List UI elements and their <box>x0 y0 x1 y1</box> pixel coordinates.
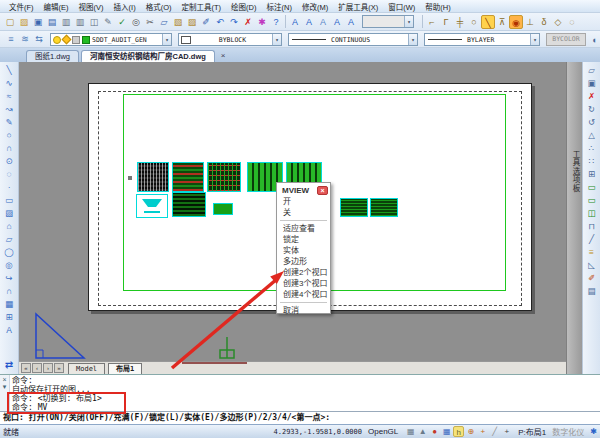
menu-item[interactable]: 窗口(W) <box>383 1 420 12</box>
draw-donut-icon[interactable]: ◯ <box>3 246 16 259</box>
modify-pencil-icon[interactable]: ✐ <box>585 272 598 285</box>
modify-explode-icon[interactable]: ∴ <box>585 142 598 155</box>
mview-menu-item[interactable]: 关 <box>277 207 330 218</box>
modify-wedge-icon[interactable]: ◺ <box>585 259 598 272</box>
menu-item[interactable]: 绘图(D) <box>226 1 261 12</box>
draw-text-icon[interactable]: A <box>3 324 16 337</box>
modify-copy-icon[interactable]: ▱ <box>585 64 598 77</box>
publish-icon[interactable]: ✎ <box>101 15 115 29</box>
draw-revcloud-icon[interactable]: ↪ <box>3 272 16 285</box>
draw-arc3-icon[interactable]: ∩ <box>3 285 16 298</box>
osnap-track-icon[interactable]: ⌐ <box>425 15 439 29</box>
doc-tab-active[interactable]: 河南恒安纺织钢结构厂房CAD.dwg <box>81 50 215 62</box>
draw-parallel-icon[interactable]: ≈ <box>3 90 16 103</box>
text-justify-icon[interactable]: A <box>344 15 358 29</box>
modify-3d-icon[interactable]: ⊓ <box>585 220 598 233</box>
osnap-center-icon[interactable]: ◉ <box>509 15 523 29</box>
status-osnap-icon[interactable]: h <box>453 426 464 437</box>
draw-spline-icon[interactable]: ∿ <box>3 77 16 90</box>
print-icon[interactable]: ▥ <box>73 15 87 29</box>
mview-menu-item[interactable]: 锁定 <box>277 234 330 245</box>
mview-menu-item[interactable]: 实体 <box>277 245 330 256</box>
chevron-down-icon[interactable]: ▾ <box>272 34 281 45</box>
modify-sheet-icon[interactable]: ▤ <box>585 285 598 298</box>
status-snap-icon[interactable]: ▦ <box>405 426 416 437</box>
mview-menu-item[interactable]: 适应查看 <box>277 223 330 234</box>
tab-model[interactable]: Model <box>68 363 105 374</box>
erase-icon[interactable]: ✗ <box>241 15 255 29</box>
modify-line-icon[interactable]: ╱ <box>585 233 598 246</box>
menu-item[interactable]: 扩展工具(X) <box>333 1 383 12</box>
color-combo[interactable]: BYBLOCK ▾ <box>178 33 282 46</box>
mview-menu-item[interactable]: 创建3个视口 <box>277 278 330 289</box>
menu-item[interactable]: 帮助(H) <box>420 1 455 12</box>
modify-array2-icon[interactable]: ⊞ <box>585 168 598 181</box>
linetype-combo[interactable]: CONTINUOUS ▾ <box>288 33 418 46</box>
layer-combo[interactable]: SDDT_AUDIT_GEN ▾ <box>50 33 172 46</box>
modify-layers-icon[interactable]: ≡ <box>585 246 598 259</box>
draw-block-icon[interactable]: ⊞ <box>3 311 16 324</box>
paste-icon[interactable]: ▧ <box>171 15 185 29</box>
layer-states-icon[interactable]: ≋ <box>18 32 32 46</box>
menu-item[interactable]: 格式(O) <box>141 1 177 12</box>
menu-item[interactable]: 修改(M) <box>297 1 333 12</box>
draw-circle-icon[interactable]: ○ <box>3 129 16 142</box>
modify-mirror-icon[interactable]: △ <box>585 129 598 142</box>
draworder-icon[interactable]: ◐ <box>588 33 600 47</box>
spell-check-icon[interactable]: ✓ <box>115 15 129 29</box>
draw-table-icon[interactable]: ▦ <box>3 298 16 311</box>
mview-menu-item[interactable]: 创建2个视口 <box>277 267 330 278</box>
osnap-midpoint-icon[interactable]: ○ <box>467 15 481 29</box>
gear-icon[interactable]: ✱ <box>590 427 597 436</box>
layer-previous-icon[interactable]: ⇆ <box>32 32 46 46</box>
status-model-icon[interactable]: + <box>501 426 512 437</box>
mview-menu-item[interactable]: 取消 <box>277 305 330 316</box>
print-preview-icon[interactable]: ◫ <box>87 15 101 29</box>
modify-rect2-icon[interactable]: ▭ <box>585 194 598 207</box>
modify-rect-icon[interactable]: ▭ <box>585 181 598 194</box>
chevron-down-icon[interactable]: ▾ <box>530 34 539 45</box>
menu-item[interactable]: 文件(F) <box>4 1 39 12</box>
undo-icon[interactable]: ↶ <box>213 15 227 29</box>
menu-item[interactable]: 标注(N) <box>262 1 297 12</box>
status-dyn-icon[interactable]: + <box>477 426 488 437</box>
draw-point-icon[interactable]: ∙ <box>3 181 16 194</box>
layout-nav-button[interactable]: › <box>43 363 53 373</box>
command-history[interactable]: 命令:自动保存打开的图...命令: <切换到: 布局1>命令: MV <box>10 375 600 411</box>
modify-block-icon[interactable]: ▣ <box>585 77 598 90</box>
text-style-icon[interactable]: A <box>302 15 316 29</box>
draw-concentric-icon[interactable]: ◎ <box>3 259 16 272</box>
layer-on-icon[interactable] <box>53 36 61 44</box>
status-otrack-icon[interactable]: ⊕ <box>465 426 476 437</box>
menu-item[interactable]: 编辑(E) <box>39 1 74 12</box>
draw-polygon-icon[interactable]: ⌂ <box>3 220 16 233</box>
lineweight-combo[interactable]: BYLAYER ▾ <box>424 33 540 46</box>
bycolor-button[interactable]: BYCOLOR <box>546 33 586 46</box>
modify-array-icon[interactable]: ∷ <box>585 155 598 168</box>
osnap-quadrant-icon[interactable]: ◇ <box>551 15 565 29</box>
layout-nav-button[interactable]: ‹ <box>32 363 42 373</box>
status-grid-icon[interactable]: ▲ <box>417 426 428 437</box>
status-ortho-icon[interactable]: ● <box>429 426 440 437</box>
close-icon[interactable]: × <box>2 376 6 383</box>
osnap-node-icon[interactable]: ◌ <box>565 15 579 29</box>
draw-sketch-icon[interactable]: ✎ <box>3 116 16 129</box>
plot-icon[interactable]: ▥ <box>59 15 73 29</box>
modify-erase-icon[interactable]: ✗ <box>585 90 598 103</box>
close-tab-icon[interactable]: × <box>217 50 230 62</box>
osnap-from-icon[interactable]: Γ <box>439 15 453 29</box>
match-properties-icon[interactable]: ✐ <box>199 15 213 29</box>
osnap-intersection-icon[interactable]: ╲ <box>481 15 495 29</box>
text-scale-icon[interactable]: A <box>330 15 344 29</box>
layer-freeze-icon[interactable] <box>62 35 72 45</box>
chevron-down-icon[interactable]: ▾ <box>162 34 171 45</box>
draw-ellipse-icon[interactable]: ◌ <box>3 168 16 181</box>
layout-indicator[interactable]: P:布局1 <box>518 426 546 437</box>
command-window[interactable]: × ▾ 命令:自动保存打开的图...命令: <切换到: 布局1>命令: MV <box>0 374 600 411</box>
modify-rotate-ccw-icon[interactable]: ↺ <box>585 116 598 129</box>
status-polar-icon[interactable]: ▦ <box>441 426 452 437</box>
copy-icon[interactable]: ▱ <box>157 15 171 29</box>
status-lwt-icon[interactable]: ╱ <box>489 426 500 437</box>
modify-rotate-icon[interactable]: ↻ <box>585 103 598 116</box>
osnap-endpoint-icon[interactable]: ╪ <box>453 15 467 29</box>
